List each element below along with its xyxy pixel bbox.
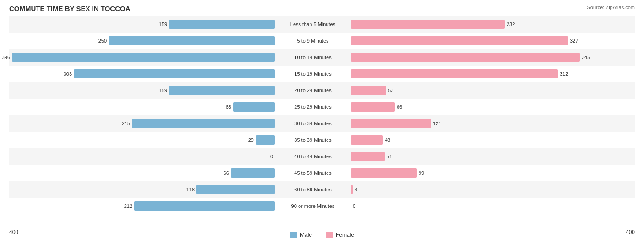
left-section: 0 (9, 148, 275, 165)
male-bar (12, 53, 275, 62)
female-bar (351, 135, 383, 145)
right-section: 99 (351, 165, 617, 181)
female-value: 345 (582, 55, 590, 60)
male-value: 212 (124, 203, 132, 209)
row-label: Less than 5 Minutes (275, 22, 351, 27)
axis-labels: 400 Male Female 400 (9, 229, 635, 238)
female-value: 66 (397, 104, 402, 110)
female-value: 3 (355, 187, 357, 192)
row-label: 20 to 24 Minutes (275, 88, 351, 93)
male-swatch (290, 232, 297, 238)
female-value: 121 (433, 121, 441, 126)
male-bar (74, 69, 275, 78)
male-bar (169, 20, 275, 29)
female-bar (351, 102, 395, 112)
left-section: 66 (9, 165, 275, 181)
row-label: 5 to 9 Minutes (275, 38, 351, 44)
male-label: Male (300, 232, 312, 238)
male-bar (169, 86, 275, 95)
female-value: 48 (385, 137, 390, 143)
male-value: 29 (248, 137, 254, 143)
male-value: 250 (98, 38, 107, 44)
left-section: 159 (9, 82, 275, 99)
male-bar (256, 135, 275, 145)
right-section: 51 (351, 148, 617, 165)
female-value: 99 (419, 170, 424, 176)
row-label: 25 to 29 Minutes (275, 104, 351, 110)
male-value: 0 (270, 154, 273, 159)
female-value: 232 (507, 22, 515, 27)
male-value: 66 (224, 170, 229, 176)
right-section: 232 (351, 16, 617, 33)
right-section: 312 (351, 66, 617, 82)
left-section: 63 (9, 99, 275, 115)
chart-row: 212 90 or more Minutes 0 (9, 198, 635, 214)
female-bar (351, 168, 417, 178)
female-bar (351, 86, 386, 95)
left-section: 159 (9, 16, 275, 33)
chart-area: 159 Less than 5 Minutes 232 250 5 to 9 M… (9, 16, 635, 206)
legend-male: Male (290, 232, 312, 238)
female-bar (351, 119, 431, 128)
chart-container: COMMUTE TIME BY SEX IN TOCCOA Source: Zi… (0, 0, 644, 240)
male-value: 215 (122, 121, 130, 126)
male-value: 118 (186, 187, 195, 192)
male-bar (134, 201, 275, 211)
left-section: 396 (9, 49, 275, 66)
female-label: Female (336, 232, 354, 238)
left-section: 250 (9, 33, 275, 49)
legend-area: Male Female (290, 232, 354, 238)
female-bar (351, 69, 558, 78)
female-value: 0 (353, 203, 355, 209)
male-value: 396 (2, 55, 10, 60)
male-bar (231, 168, 275, 178)
axis-right-label: 400 (626, 229, 635, 238)
right-section: 327 (351, 33, 617, 49)
bottom-area: 400 Male Female 400 (9, 228, 635, 238)
female-bar (351, 53, 580, 62)
right-section: 0 (351, 198, 617, 214)
right-section: 121 (351, 115, 617, 132)
row-label: 35 to 39 Minutes (275, 137, 351, 143)
chart-row: 303 15 to 19 Minutes 312 (9, 66, 635, 82)
axis-left-label: 400 (9, 229, 18, 238)
row-label: 40 to 44 Minutes (275, 154, 351, 159)
chart-row: 250 5 to 9 Minutes 327 (9, 33, 635, 49)
chart-row: 159 Less than 5 Minutes 232 (9, 16, 635, 33)
row-label: 60 to 89 Minutes (275, 187, 351, 192)
male-value: 159 (159, 88, 167, 93)
left-section: 215 (9, 115, 275, 132)
chart-row: 215 30 to 34 Minutes 121 (9, 115, 635, 132)
right-section: 66 (351, 99, 617, 115)
row-label: 15 to 19 Minutes (275, 71, 351, 77)
row-label: 10 to 14 Minutes (275, 55, 351, 60)
chart-row: 63 25 to 29 Minutes 66 (9, 99, 635, 115)
chart-row: 0 40 to 44 Minutes 51 (9, 148, 635, 165)
female-bar (351, 152, 385, 161)
row-label: 45 to 59 Minutes (275, 170, 351, 176)
right-section: 48 (351, 132, 617, 148)
female-bar (351, 20, 505, 29)
female-value: 327 (570, 38, 578, 44)
left-section: 29 (9, 132, 275, 148)
male-bar (196, 185, 275, 194)
right-section: 3 (351, 181, 617, 198)
male-value: 303 (64, 71, 72, 77)
chart-row: 29 35 to 39 Minutes 48 (9, 132, 635, 148)
left-section: 118 (9, 181, 275, 198)
right-section: 53 (351, 82, 617, 99)
left-section: 303 (9, 66, 275, 82)
male-bar (132, 119, 275, 128)
chart-row: 159 20 to 24 Minutes 53 (9, 82, 635, 99)
left-section: 212 (9, 198, 275, 214)
female-bar (351, 185, 353, 194)
right-section: 345 (351, 49, 617, 66)
female-value: 51 (387, 154, 392, 159)
row-label: 90 or more Minutes (275, 203, 351, 209)
female-swatch (326, 232, 333, 238)
chart-row: 396 10 to 14 Minutes 345 (9, 49, 635, 66)
male-bar (109, 36, 275, 45)
male-bar (233, 102, 275, 112)
legend-female: Female (326, 232, 354, 238)
female-value: 312 (560, 71, 568, 77)
